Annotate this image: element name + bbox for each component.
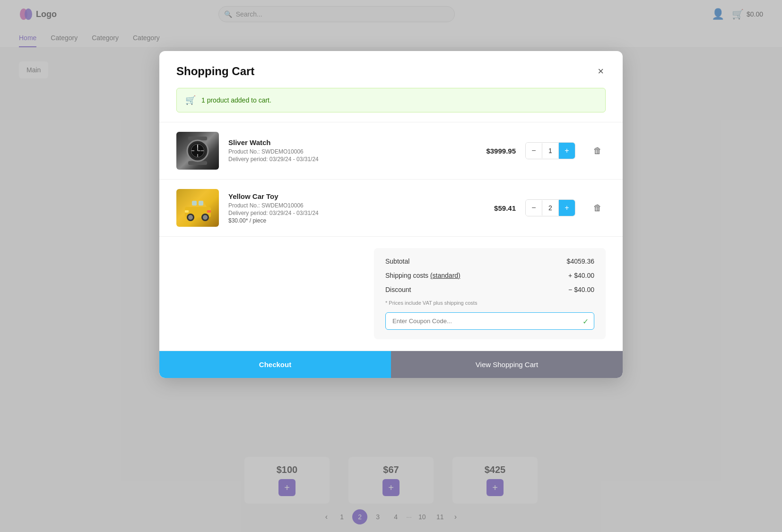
view-cart-button[interactable]: View Shopping Cart bbox=[391, 351, 623, 378]
cart-item-product-no-car: Product No.: SWDEMO10006 bbox=[228, 202, 459, 209]
cart-item-delivery-watch: Delivery period: 03/29/24 - 03/31/24 bbox=[228, 156, 459, 163]
coupon-check-icon: ✓ bbox=[582, 317, 589, 326]
cart-item-price-per-car: $30.00* / piece bbox=[228, 217, 459, 224]
svg-point-17 bbox=[188, 215, 193, 220]
vat-note: * Prices include VAT plus shipping costs bbox=[385, 300, 594, 306]
cart-summary-section: Subtotal $4059.36 Shipping costs (standa… bbox=[159, 237, 623, 351]
svg-point-19 bbox=[203, 215, 208, 220]
qty-increase-car[interactable]: + bbox=[559, 200, 575, 216]
svg-rect-20 bbox=[185, 210, 189, 213]
car-image bbox=[180, 190, 216, 226]
qty-value-car: 2 bbox=[542, 200, 559, 215]
discount-value: − $40.00 bbox=[568, 286, 594, 293]
cart-item-name-watch: Sliver Watch bbox=[228, 138, 459, 146]
cart-item-delivery-car: Delivery period: 03/29/24 - 03/31/24 bbox=[228, 210, 459, 216]
qty-value-watch: 1 bbox=[542, 143, 559, 158]
cart-item-car: Yellow Car Toy Product No.: SWDEMO10006 … bbox=[159, 180, 623, 237]
cart-summary-box: Subtotal $4059.36 Shipping costs (standa… bbox=[374, 248, 606, 339]
svg-rect-21 bbox=[207, 210, 211, 213]
subtotal-value: $4059.36 bbox=[567, 257, 594, 265]
shipping-row: Shipping costs (standard) + $40.00 bbox=[385, 272, 594, 279]
cart-item-watch: Sliver Watch Product No.: SWDEMO10006 De… bbox=[159, 122, 623, 180]
modal-footer: Checkout View Shopping Cart bbox=[159, 351, 623, 378]
cart-item-image-watch bbox=[176, 132, 219, 170]
delete-item-watch[interactable]: 🗑 bbox=[590, 142, 606, 160]
cart-notif-icon: 🛒 bbox=[185, 95, 196, 105]
delete-item-car[interactable]: 🗑 bbox=[590, 199, 606, 217]
modal-header: Shopping Cart × bbox=[159, 51, 623, 88]
coupon-input[interactable] bbox=[385, 312, 594, 330]
cart-item-product-no-watch: Product No.: SWDEMO10006 bbox=[228, 148, 459, 155]
qty-decrease-car[interactable]: − bbox=[526, 200, 542, 216]
cart-items-list: Sliver Watch Product No.: SWDEMO10006 De… bbox=[159, 122, 623, 237]
cart-item-price-watch: $3999.95 bbox=[469, 147, 516, 155]
cart-item-qty-watch: − 1 + bbox=[525, 142, 575, 159]
coupon-input-wrap: ✓ bbox=[385, 312, 594, 330]
cart-item-details-car: Yellow Car Toy Product No.: SWDEMO10006 … bbox=[228, 192, 459, 224]
svg-rect-14 bbox=[192, 201, 197, 206]
cart-item-name-car: Yellow Car Toy bbox=[228, 192, 459, 200]
discount-label: Discount bbox=[385, 286, 411, 293]
svg-rect-15 bbox=[199, 201, 203, 206]
shipping-value: + $40.00 bbox=[568, 272, 594, 279]
subtotal-label: Subtotal bbox=[385, 257, 409, 265]
cart-notification-text: 1 product added to cart. bbox=[201, 96, 271, 104]
shipping-label: Shipping costs (standard) bbox=[385, 272, 461, 279]
cart-item-details-watch: Sliver Watch Product No.: SWDEMO10006 De… bbox=[228, 138, 459, 163]
qty-decrease-watch[interactable]: − bbox=[526, 143, 542, 159]
watch-image bbox=[181, 134, 214, 167]
modal-title: Shopping Cart bbox=[176, 65, 254, 78]
subtotal-row: Subtotal $4059.36 bbox=[385, 257, 594, 265]
cart-item-qty-car: − 2 + bbox=[525, 199, 575, 216]
checkout-button[interactable]: Checkout bbox=[159, 351, 391, 378]
cart-item-price-car: $59.41 bbox=[469, 204, 516, 212]
discount-row: Discount − $40.00 bbox=[385, 286, 594, 293]
qty-increase-watch[interactable]: + bbox=[559, 143, 575, 159]
shipping-qualifier: (standard) bbox=[430, 272, 461, 279]
cart-item-image-car bbox=[176, 189, 219, 227]
shopping-cart-modal: Shopping Cart × 🛒 1 product added to car… bbox=[159, 51, 623, 378]
cart-notification: 🛒 1 product added to cart. bbox=[176, 88, 606, 112]
close-modal-button[interactable]: × bbox=[596, 64, 606, 78]
